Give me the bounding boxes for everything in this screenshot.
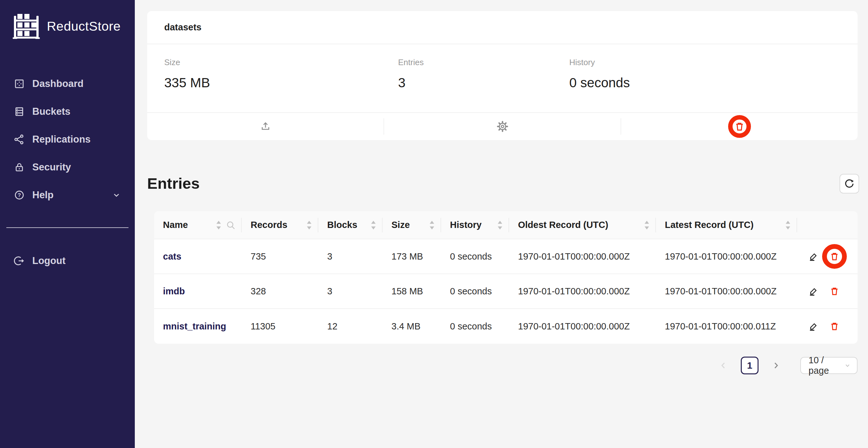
entry-name-link[interactable]: mnist_training	[154, 321, 242, 332]
delete-trash-icon	[734, 121, 745, 132]
stat-history: History 0 seconds	[569, 58, 858, 112]
entry-size: 3.4 MB	[382, 321, 441, 332]
chevron-right-icon	[771, 361, 781, 370]
bucket-actions	[147, 112, 858, 140]
dashboard-icon	[14, 78, 25, 89]
column-header-history[interactable]: History	[441, 211, 509, 239]
sidebar-item-label: Dashboard	[32, 78, 84, 90]
logout-button[interactable]: Logout	[0, 247, 135, 275]
column-header-latest-record[interactable]: Latest Record (UTC)	[656, 211, 797, 239]
entry-oldest-record: 1970-01-01T00:00:00.000Z	[509, 251, 656, 262]
bucket-stats: Size 335 MB Entries 3 History 0 seconds	[147, 44, 858, 112]
chevron-down-icon	[112, 191, 121, 200]
stat-value: 0 seconds	[569, 75, 858, 91]
sort-caret-icon[interactable]	[306, 220, 312, 230]
entry-delete-button[interactable]	[829, 251, 839, 262]
table-row: imdb 328 3 158 MB 0 seconds 1970-01-01T0…	[154, 274, 858, 309]
logo-link[interactable]: ReductStore	[0, 0, 135, 40]
delete-trash-icon	[829, 286, 839, 296]
help-question-icon: ?	[14, 190, 25, 201]
stat-size: Size 335 MB	[164, 58, 398, 112]
column-header-size[interactable]: Size	[382, 211, 441, 239]
entry-oldest-record: 1970-01-01T00:00:00.000Z	[509, 286, 656, 297]
entry-edit-button[interactable]	[808, 286, 818, 296]
bucket-card-header: datasets	[147, 11, 858, 44]
stat-entries: Entries 3	[398, 58, 569, 112]
sidebar-item-label: Security	[32, 162, 71, 173]
stat-label: Entries	[398, 58, 569, 67]
stat-value: 335 MB	[164, 75, 398, 91]
bucket-delete-button[interactable]	[734, 121, 745, 132]
replications-share-icon	[14, 134, 25, 145]
settings-button[interactable]	[497, 121, 508, 132]
delete-trash-icon	[829, 321, 839, 331]
entry-records: 735	[242, 251, 318, 262]
entry-edit-button[interactable]	[808, 321, 818, 331]
entries-table: Name Records Blocks	[154, 211, 858, 344]
column-header-oldest-record[interactable]: Oldest Record (UTC)	[509, 211, 656, 239]
entry-actions	[797, 321, 858, 331]
previous-page-button[interactable]	[719, 361, 728, 370]
security-lock-icon	[14, 162, 25, 173]
sort-caret-icon[interactable]	[785, 220, 791, 230]
bucket-card: datasets Size 335 MB Entries 3 History 0…	[147, 11, 858, 140]
logout-label: Logout	[32, 255, 65, 267]
entry-records: 11305	[242, 321, 318, 332]
entry-size: 158 MB	[382, 286, 441, 297]
chevron-down-icon	[844, 362, 850, 369]
stat-value: 3	[398, 75, 569, 91]
table-body: cats 735 3 173 MB 0 seconds 1970-01-01T0…	[154, 239, 858, 344]
reload-icon	[844, 179, 855, 189]
table-header-row: Name Records Blocks	[154, 211, 858, 239]
sidebar-nav: Dashboard Buckets	[0, 70, 135, 209]
entry-delete-button[interactable]	[829, 321, 839, 331]
entry-blocks: 12	[318, 321, 382, 332]
entry-name-link[interactable]: cats	[154, 251, 242, 262]
stat-label: Size	[164, 58, 398, 67]
entry-records: 328	[242, 286, 318, 297]
page-number-button[interactable]: 1	[741, 357, 758, 374]
sort-caret-icon[interactable]	[216, 220, 221, 230]
app-root: ReductStore Dashboard	[0, 0, 868, 448]
sidebar-item-dashboard[interactable]: Dashboard	[0, 70, 135, 98]
entry-latest-record: 1970-01-01T00:00:00.000Z	[656, 251, 797, 262]
column-header-name[interactable]: Name	[154, 211, 242, 239]
table-row: cats 735 3 173 MB 0 seconds 1970-01-01T0…	[154, 239, 858, 274]
upload-button[interactable]	[260, 121, 271, 132]
refresh-button[interactable]	[839, 174, 859, 194]
delete-trash-icon	[829, 251, 839, 262]
main-content: datasets Size 335 MB Entries 3 History 0…	[135, 0, 868, 448]
entry-delete-button[interactable]	[829, 286, 839, 296]
sidebar-item-buckets[interactable]: Buckets	[0, 98, 135, 126]
edit-pencil-icon	[808, 321, 818, 331]
svg-text:?: ?	[18, 192, 21, 198]
upload-icon	[260, 121, 271, 132]
logout-icon	[14, 255, 25, 266]
sort-caret-icon[interactable]	[644, 220, 650, 230]
entry-actions	[797, 251, 858, 262]
entry-edit-button[interactable]	[808, 251, 818, 262]
column-header-blocks[interactable]: Blocks	[318, 211, 382, 239]
entry-oldest-record: 1970-01-01T00:00:00.000Z	[509, 321, 656, 332]
page-size-select[interactable]: 10 / page	[800, 357, 858, 374]
table-row: mnist_training 11305 12 3.4 MB 0 seconds…	[154, 309, 858, 344]
entry-history: 0 seconds	[441, 251, 509, 262]
sort-caret-icon[interactable]	[497, 220, 503, 230]
stat-label: History	[569, 58, 858, 67]
sidebar-item-label: Help	[32, 189, 54, 201]
sort-caret-icon[interactable]	[429, 220, 435, 230]
sidebar-item-help[interactable]: ? Help	[0, 181, 135, 209]
entry-name-link[interactable]: imdb	[154, 286, 242, 297]
sidebar-item-replications[interactable]: Replications	[0, 126, 135, 153]
next-page-button[interactable]	[771, 361, 781, 370]
sort-caret-icon[interactable]	[371, 220, 376, 230]
sidebar-item-security[interactable]: Security	[0, 153, 135, 181]
search-icon[interactable]	[226, 220, 236, 230]
sidebar-divider	[6, 227, 128, 228]
page-size-label: 10 / page	[808, 355, 844, 376]
entry-size: 173 MB	[382, 251, 441, 262]
entries-title: Entries	[147, 174, 200, 193]
column-header-records[interactable]: Records	[242, 211, 318, 239]
column-header-actions	[797, 211, 858, 239]
chevron-left-icon	[719, 361, 728, 370]
